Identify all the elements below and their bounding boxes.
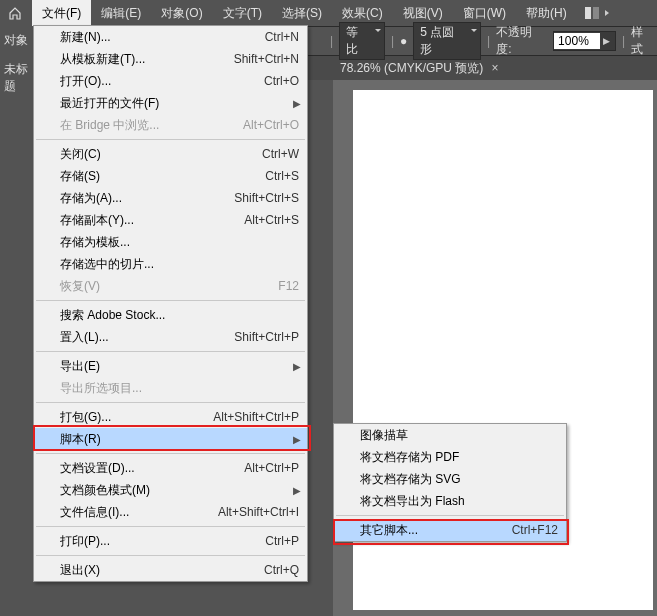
menu-item-label: 从模板新建(T)... xyxy=(60,51,214,68)
file-menu-item[interactable]: 退出(X)Ctrl+Q xyxy=(34,559,307,581)
menu-separator xyxy=(36,300,305,301)
script-menu-item[interactable]: 将文档导出为 Flash xyxy=(334,490,566,512)
menu-item-label: 导出所选项目... xyxy=(60,380,299,397)
file-menu-item[interactable]: 打包(G)...Alt+Shift+Ctrl+P xyxy=(34,406,307,428)
file-menu-item[interactable]: 搜索 Adobe Stock... xyxy=(34,304,307,326)
file-menu-item: 导出所选项目... xyxy=(34,377,307,399)
chevron-right-icon: ▶ xyxy=(293,485,301,496)
menu-item-label: 存储副本(Y)... xyxy=(60,212,224,229)
svg-rect-1 xyxy=(593,7,599,19)
divider: | xyxy=(330,34,333,48)
opacity-value[interactable]: 100% xyxy=(554,33,600,49)
menu-item-label: 将文档存储为 PDF xyxy=(360,449,558,466)
menu-item-shortcut: Alt+Ctrl+P xyxy=(244,461,299,475)
menu-separator xyxy=(36,351,305,352)
file-menu-item[interactable]: 存储副本(Y)...Alt+Ctrl+S xyxy=(34,209,307,231)
menu-separator xyxy=(336,515,564,516)
menu-item-shortcut: Alt+Ctrl+S xyxy=(244,213,299,227)
menu-item-label: 置入(L)... xyxy=(60,329,214,346)
menu-item-label: 存储(S) xyxy=(60,168,245,185)
menu-item-label: 在 Bridge 中浏览... xyxy=(60,117,223,134)
menu-item-label: 搜索 Adobe Stock... xyxy=(60,307,299,324)
chevron-right-icon: ▶ xyxy=(293,361,301,372)
file-menu-item[interactable]: 文档设置(D)...Alt+Ctrl+P xyxy=(34,457,307,479)
file-menu-item: 恢复(V)F12 xyxy=(34,275,307,297)
style-label: 样式 xyxy=(631,24,655,58)
file-menu-item[interactable]: 最近打开的文件(F)▶ xyxy=(34,92,307,114)
menu-item-label: 文档设置(D)... xyxy=(60,460,224,477)
file-menu-item[interactable]: 打印(P)...Ctrl+P xyxy=(34,530,307,552)
divider: | xyxy=(391,34,394,48)
file-menu-item[interactable]: 文档颜色模式(M)▶ xyxy=(34,479,307,501)
file-menu-item[interactable]: 文件信息(I)...Alt+Shift+Ctrl+I xyxy=(34,501,307,523)
divider: | xyxy=(487,34,490,48)
close-icon[interactable]: × xyxy=(491,61,498,75)
menu-item-label: 图像描草 xyxy=(360,427,558,444)
bullet-icon: ● xyxy=(400,34,407,48)
file-menu-item[interactable]: 存储为(A)...Shift+Ctrl+S xyxy=(34,187,307,209)
file-menu-item[interactable]: 置入(L)...Shift+Ctrl+P xyxy=(34,326,307,348)
script-menu-item[interactable]: 其它脚本...Ctrl+F12 xyxy=(334,519,566,541)
sizing-dropdown[interactable]: 等比 xyxy=(339,22,385,60)
stroke-profile-dropdown[interactable]: 5 点圆形 xyxy=(413,22,481,60)
file-menu-item[interactable]: 脚本(R)▶ xyxy=(34,428,307,450)
menu-item-label: 其它脚本... xyxy=(360,522,492,539)
menu-item-shortcut: Alt+Ctrl+O xyxy=(243,118,299,132)
menu-item-label: 打印(P)... xyxy=(60,533,245,550)
script-menu-item[interactable]: 将文档存储为 PDF xyxy=(334,446,566,468)
script-menu-item[interactable]: 将文档存储为 SVG xyxy=(334,468,566,490)
file-menu-item[interactable]: 新建(N)...Ctrl+N xyxy=(34,26,307,48)
menu-object[interactable]: 对象(O) xyxy=(151,0,212,26)
menu-item-label: 退出(X) xyxy=(60,562,244,579)
menu-item-label: 文档颜色模式(M) xyxy=(60,482,299,499)
menu-item-label: 存储为模板... xyxy=(60,234,299,251)
file-menu-item[interactable]: 存储选中的切片... xyxy=(34,253,307,275)
home-icon[interactable] xyxy=(4,2,26,24)
script-menu-item[interactable]: 图像描草 xyxy=(334,424,566,446)
menu-text[interactable]: 文字(T) xyxy=(213,0,272,26)
menu-item-label: 打包(G)... xyxy=(60,409,193,426)
menu-item-label: 脚本(R) xyxy=(60,431,299,448)
menu-item-shortcut: Shift+Ctrl+N xyxy=(234,52,299,66)
chevron-right-icon: ▶ xyxy=(293,434,301,445)
menu-item-shortcut: Alt+Shift+Ctrl+P xyxy=(213,410,299,424)
menu-item-label: 关闭(C) xyxy=(60,146,242,163)
file-menu-item[interactable]: 导出(E)▶ xyxy=(34,355,307,377)
menu-item-shortcut: Ctrl+P xyxy=(265,534,299,548)
menu-item-shortcut: Ctrl+N xyxy=(265,30,299,44)
menu-item-shortcut: F12 xyxy=(278,279,299,293)
menu-item-shortcut: Ctrl+F12 xyxy=(512,523,558,537)
menu-separator xyxy=(36,402,305,403)
left-sidebar: 对象 未标题 xyxy=(0,26,33,616)
svg-rect-0 xyxy=(585,7,591,19)
file-menu-item[interactable]: 存储为模板... xyxy=(34,231,307,253)
file-menu-item[interactable]: 存储(S)Ctrl+S xyxy=(34,165,307,187)
menu-item-shortcut: Shift+Ctrl+P xyxy=(234,330,299,344)
file-menu-item[interactable]: 关闭(C)Ctrl+W xyxy=(34,143,307,165)
chevron-right-icon: ▶ xyxy=(293,98,301,109)
menu-item-shortcut: Ctrl+W xyxy=(262,147,299,161)
file-menu: 新建(N)...Ctrl+N从模板新建(T)...Shift+Ctrl+N打开(… xyxy=(33,25,308,582)
menu-item-label: 存储选中的切片... xyxy=(60,256,299,273)
object-label: 对象 xyxy=(0,26,33,55)
file-menu-item: 在 Bridge 中浏览...Alt+Ctrl+O xyxy=(34,114,307,136)
chevron-right-icon[interactable]: ▶ xyxy=(600,36,613,46)
menu-help[interactable]: 帮助(H) xyxy=(516,0,577,26)
menu-edit[interactable]: 编辑(E) xyxy=(91,0,151,26)
menu-item-shortcut: Shift+Ctrl+S xyxy=(234,191,299,205)
menu-file[interactable]: 文件(F) xyxy=(32,0,91,26)
menu-item-label: 将文档导出为 Flash xyxy=(360,493,558,510)
menu-item-label: 最近打开的文件(F) xyxy=(60,95,299,112)
menu-select[interactable]: 选择(S) xyxy=(272,0,332,26)
file-menu-item[interactable]: 打开(O)...Ctrl+O xyxy=(34,70,307,92)
menu-separator xyxy=(36,453,305,454)
menu-separator xyxy=(36,555,305,556)
opacity-field-wrap[interactable]: 100% ▶ xyxy=(553,31,616,51)
menu-item-label: 打开(O)... xyxy=(60,73,244,90)
arrange-docs-icon[interactable] xyxy=(585,6,611,20)
file-menu-item[interactable]: 从模板新建(T)...Shift+Ctrl+N xyxy=(34,48,307,70)
menubar: 文件(F) 编辑(E) 对象(O) 文字(T) 选择(S) 效果(C) 视图(V… xyxy=(0,0,657,26)
menu-item-label: 导出(E) xyxy=(60,358,299,375)
untitled-label: 未标题 xyxy=(0,55,33,101)
menu-item-shortcut: Ctrl+O xyxy=(264,74,299,88)
